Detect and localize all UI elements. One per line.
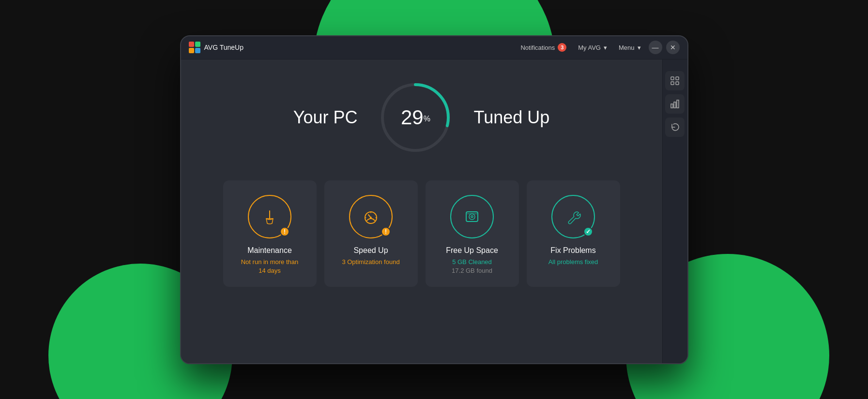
myavg-nav[interactable]: My AVG ▾ bbox=[578, 44, 607, 51]
freespace-subtitle-found: 17.2 GB found bbox=[452, 266, 492, 275]
avg-logo bbox=[189, 42, 200, 53]
content-area: Your PC 29% Tuned Up bbox=[181, 59, 662, 363]
freespace-subtitle-cleaned: 5 GB Cleaned bbox=[452, 258, 492, 266]
laptop-window: AVG TuneUp Notifications 3 My AVG ▾ Menu… bbox=[180, 35, 688, 364]
right-sidebar bbox=[662, 59, 687, 363]
app-title: AVG TuneUp bbox=[204, 44, 244, 51]
progress-ring: 29% bbox=[377, 79, 454, 156]
freespace-card[interactable]: Free Up Space 5 GB Cleaned 17.2 GB found bbox=[426, 180, 519, 287]
menu-label: Menu bbox=[619, 44, 635, 51]
titlebar: AVG TuneUp Notifications 3 My AVG ▾ Menu… bbox=[181, 36, 687, 59]
wrench-icon bbox=[563, 207, 583, 226]
fixproblems-card[interactable]: ✓ Fix Problems All problems fixed bbox=[527, 180, 620, 287]
broom-icon bbox=[260, 207, 279, 226]
svg-rect-9 bbox=[671, 82, 674, 85]
fixproblems-badge: ✓ bbox=[583, 227, 593, 236]
progress-value: 29% bbox=[401, 118, 430, 126]
maintenance-subtitle: Not run in more than 14 days bbox=[241, 258, 299, 275]
outer-background: AVG TuneUp Notifications 3 My AVG ▾ Menu… bbox=[0, 0, 868, 399]
speedup-badge: ! bbox=[381, 227, 391, 236]
svg-rect-7 bbox=[671, 77, 674, 80]
refresh-button[interactable] bbox=[665, 118, 685, 137]
progress-unit: % bbox=[424, 114, 430, 122]
titlebar-nav: Notifications 3 My AVG ▾ Menu ▾ bbox=[520, 43, 640, 52]
notifications-label: Notifications bbox=[520, 44, 555, 51]
speedometer-icon bbox=[361, 207, 381, 226]
hero-right-label: Tuned Up bbox=[473, 107, 549, 128]
fixproblems-icon-wrapper: ✓ bbox=[551, 195, 595, 238]
fixproblems-subtitle: All problems fixed bbox=[548, 258, 598, 266]
cards-row: ! Maintenance Not run in more than 14 da… bbox=[223, 180, 620, 287]
svg-point-6 bbox=[471, 216, 473, 218]
logo-q1 bbox=[189, 42, 194, 47]
maintenance-card[interactable]: ! Maintenance Not run in more than 14 da… bbox=[223, 180, 317, 287]
notifications-badge: 3 bbox=[558, 43, 566, 52]
logo-area: AVG TuneUp bbox=[189, 42, 244, 53]
hero-section: Your PC 29% Tuned Up bbox=[293, 79, 550, 156]
svg-rect-8 bbox=[676, 77, 679, 80]
svg-rect-4 bbox=[466, 212, 478, 222]
refresh-icon bbox=[670, 122, 680, 132]
maintenance-icon-wrapper: ! bbox=[248, 195, 291, 238]
progress-center: 29% bbox=[401, 106, 430, 129]
speedup-card[interactable]: ! Speed Up 3 Optimization found bbox=[324, 180, 418, 287]
disk-icon bbox=[462, 207, 482, 226]
fixproblems-title: Fix Problems bbox=[550, 246, 595, 255]
freespace-icon-wrapper bbox=[450, 195, 494, 238]
hero-left-label: Your PC bbox=[293, 107, 358, 128]
svg-point-5 bbox=[469, 214, 475, 220]
svg-rect-13 bbox=[677, 100, 679, 108]
progress-number: 29 bbox=[401, 106, 424, 129]
svg-rect-10 bbox=[676, 82, 679, 85]
maintenance-badge: ! bbox=[280, 227, 289, 236]
svg-rect-11 bbox=[671, 104, 673, 108]
speedup-icon-wrapper: ! bbox=[349, 195, 393, 238]
logo-q3 bbox=[189, 48, 194, 53]
grid-icon bbox=[670, 76, 680, 86]
main-content: Your PC 29% Tuned Up bbox=[181, 59, 687, 363]
myavg-chevron-icon: ▾ bbox=[604, 44, 607, 51]
speedup-subtitle: 3 Optimization found bbox=[342, 258, 399, 266]
logo-q4 bbox=[195, 48, 200, 53]
speedup-title: Speed Up bbox=[353, 246, 388, 255]
minimize-button[interactable]: — bbox=[649, 41, 662, 54]
close-button[interactable]: ✕ bbox=[666, 41, 680, 54]
freespace-icon-circle bbox=[450, 195, 494, 238]
freespace-title: Free Up Space bbox=[446, 246, 498, 255]
titlebar-controls: — ✕ bbox=[649, 41, 680, 54]
logo-q2 bbox=[195, 42, 200, 47]
svg-rect-12 bbox=[674, 102, 676, 108]
maintenance-title: Maintenance bbox=[247, 246, 292, 255]
notifications-nav[interactable]: Notifications 3 bbox=[520, 43, 566, 52]
myavg-label: My AVG bbox=[578, 44, 601, 51]
svg-point-3 bbox=[370, 217, 372, 219]
menu-chevron-icon: ▾ bbox=[638, 44, 641, 51]
chart-bar-icon bbox=[670, 99, 680, 109]
menu-nav[interactable]: Menu ▾ bbox=[619, 44, 641, 51]
grid-view-button[interactable] bbox=[665, 71, 685, 90]
chart-view-button[interactable] bbox=[665, 94, 685, 114]
